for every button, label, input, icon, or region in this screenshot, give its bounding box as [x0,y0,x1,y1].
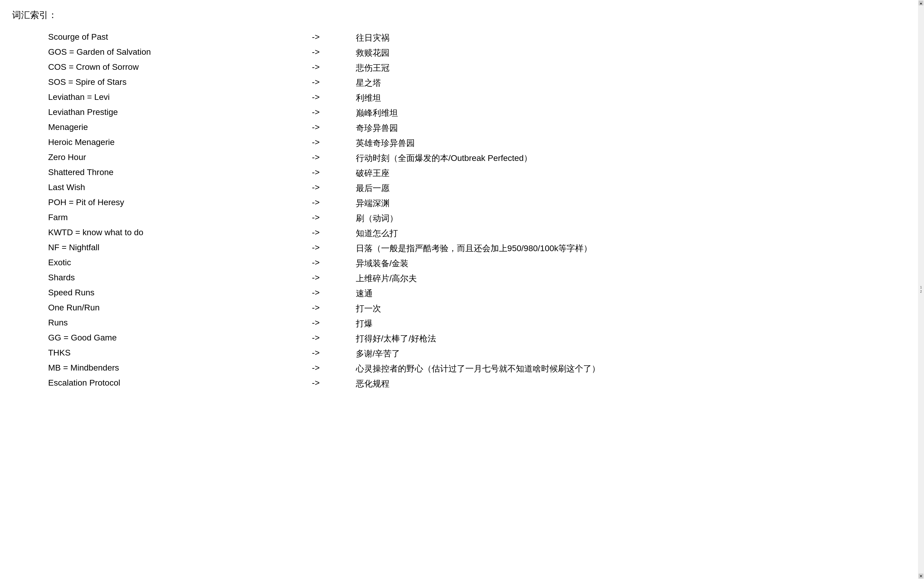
translation-cell: 打得好/太棒了/好枪法 [356,331,924,346]
arrow-cell: -> [312,121,356,136]
term-cell: Scourge of Past [48,30,312,46]
glossary-row: Menagerie->奇珍异兽园 [48,121,924,136]
translation-cell: 星之塔 [356,75,924,90]
term-cell: Zero Hour [48,151,312,166]
glossary-row: KWTD = know what to do->知道怎么打 [48,226,924,241]
term-cell: Menagerie [48,121,312,136]
term-cell: NF = Nightfall [48,241,312,256]
glossary-row: COS = Crown of Sorrow->悲伤王冠 [48,61,924,75]
term-cell: Exotic [48,256,312,271]
term-cell: Leviathan = Levi [48,90,312,106]
term-cell: Speed Runs [48,286,312,301]
term-cell: POH = Pit of Heresy [48,196,312,211]
glossary-row: Zero Hour->行动时刻（全面爆发的本/Outbreak Perfecte… [48,151,924,166]
glossary-table: Scourge of Past->往日灾祸GOS = Garden of Sal… [48,30,924,391]
glossary-row: Last Wish->最后一愿 [48,181,924,196]
arrow-cell: -> [312,106,356,121]
arrow-cell: -> [312,226,356,241]
glossary-row: Leviathan = Levi->利维坦 [48,90,924,106]
arrow-cell: -> [312,361,356,376]
term-cell: Last Wish [48,181,312,196]
term-cell: Farm [48,211,312,226]
arrow-cell: -> [312,136,356,151]
translation-cell: 救赎花园 [356,46,924,61]
glossary-row: Exotic->异域装备/金装 [48,256,924,271]
scroll-up-button[interactable]: ▲ [919,1,923,5]
term-cell: Shattered Throne [48,166,312,181]
translation-cell: 日落（一般是指严酷考验，而且还会加上950/980/100k等字样） [356,241,924,256]
glossary-row: Runs->打爆 [48,316,924,331]
translation-cell: 巅峰利维坦 [356,106,924,121]
translation-cell: 奇珍异兽园 [356,121,924,136]
arrow-cell: -> [312,256,356,271]
term-cell: COS = Crown of Sorrow [48,61,312,75]
term-cell: Leviathan Prestige [48,106,312,121]
glossary-row: Heroic Menagerie->英雄奇珍异兽园 [48,136,924,151]
glossary-row: Farm->刷（动词） [48,211,924,226]
term-cell: Heroic Menagerie [48,136,312,151]
translation-cell: 行动时刻（全面爆发的本/Outbreak Perfected） [356,151,924,166]
arrow-cell: -> [312,271,356,286]
arrow-cell: -> [312,75,356,90]
translation-cell: 多谢/辛苦了 [356,346,924,361]
translation-cell: 打一次 [356,301,924,316]
glossary-row: THKS->多谢/辛苦了 [48,346,924,361]
arrow-cell: -> [312,241,356,256]
arrow-cell: -> [312,30,356,46]
page-total: 2 [920,290,922,293]
glossary-row: Speed Runs->速通 [48,286,924,301]
term-cell: Shards [48,271,312,286]
translation-cell: 速通 [356,286,924,301]
arrow-cell: -> [312,301,356,316]
translation-cell: 恶化规程 [356,376,924,391]
translation-cell: 破碎王座 [356,166,924,181]
arrow-cell: -> [312,181,356,196]
term-cell: THKS [48,346,312,361]
term-cell: Escalation Protocol [48,376,312,391]
arrow-cell: -> [312,46,356,61]
term-cell: GG = Good Game [48,331,312,346]
translation-cell: 刷（动词） [356,211,924,226]
arrow-cell: -> [312,90,356,106]
arrow-cell: -> [312,166,356,181]
arrow-cell: -> [312,151,356,166]
glossary-row: Shards->上维碎片/高尔夫 [48,271,924,286]
scrollbar: ▲ 1 2 ▼ [918,0,924,400]
glossary-row: One Run/Run->打一次 [48,301,924,316]
glossary-row: NF = Nightfall->日落（一般是指严酷考验，而且还会加上950/98… [48,241,924,256]
page-current: 1 [920,286,922,289]
arrow-cell: -> [312,376,356,391]
glossary-row: GG = Good Game->打得好/太棒了/好枪法 [48,331,924,346]
arrow-cell: -> [312,286,356,301]
arrow-cell: -> [312,61,356,75]
translation-cell: 往日灾祸 [356,30,924,46]
term-cell: GOS = Garden of Salvation [48,46,312,61]
term-cell: Runs [48,316,312,331]
term-cell: MB = Mindbenders [48,361,312,376]
translation-cell: 利维坦 [356,90,924,106]
arrow-cell: -> [312,196,356,211]
translation-cell: 异端深渊 [356,196,924,211]
term-cell: SOS = Spire of Stars [48,75,312,90]
translation-cell: 知道怎么打 [356,226,924,241]
term-cell: KWTD = know what to do [48,226,312,241]
translation-cell: 悲伤王冠 [356,61,924,75]
translation-cell: 心灵操控者的野心（估计过了一月七号就不知道啥时候刷这个了） [356,361,924,376]
arrow-cell: -> [312,316,356,331]
glossary-row: Scourge of Past->往日灾祸 [48,30,924,46]
translation-cell: 异域装备/金装 [356,256,924,271]
glossary-row: Leviathan Prestige->巅峰利维坦 [48,106,924,121]
translation-cell: 英雄奇珍异兽园 [356,136,924,151]
glossary-row: GOS = Garden of Salvation->救赎花园 [48,46,924,61]
glossary-row: Shattered Throne->破碎王座 [48,166,924,181]
glossary-row: SOS = Spire of Stars->星之塔 [48,75,924,90]
arrow-cell: -> [312,346,356,361]
glossary-row: POH = Pit of Heresy->异端深渊 [48,196,924,211]
term-cell: One Run/Run [48,301,312,316]
translation-cell: 打爆 [356,316,924,331]
page-title: 词汇索引： [12,9,912,21]
translation-cell: 最后一愿 [356,181,924,196]
page-numbers: 1 2 [920,285,922,294]
arrow-cell: -> [312,211,356,226]
translation-cell: 上维碎片/高尔夫 [356,271,924,286]
